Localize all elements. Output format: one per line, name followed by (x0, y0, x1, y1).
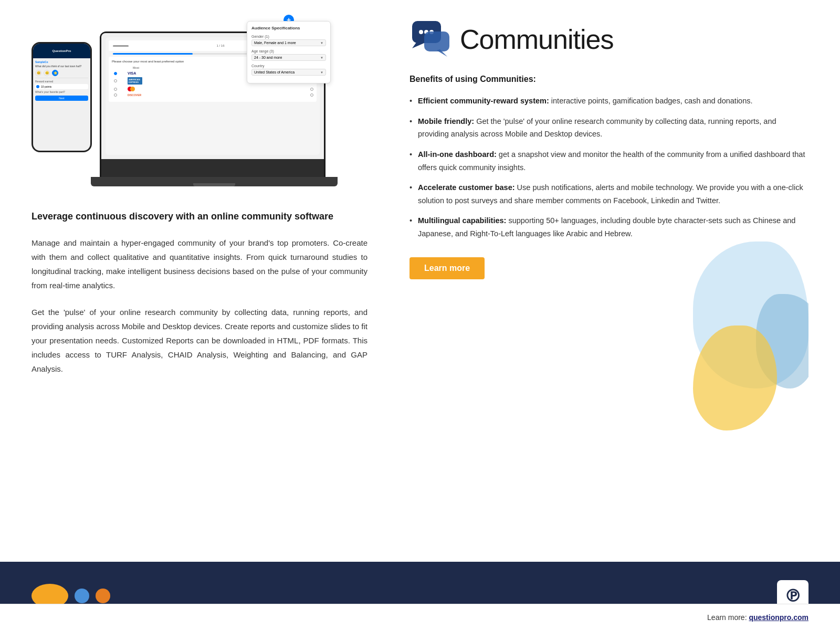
footer-bottom: Learn more: questionpro.com (0, 604, 840, 630)
learn-more-button[interactable]: Learn more (410, 257, 485, 279)
footer-questionpro-link[interactable]: questionpro.com (749, 613, 808, 622)
paragraph-2: Get the 'pulse' of your online research … (32, 305, 368, 376)
benefit-bold-3: All-in-one dashboard: (418, 150, 497, 159)
audience-gender-field: Gender (1) Male, Female and 1 more ▼ (251, 35, 326, 46)
mobile-reward-item: 10 points (35, 84, 88, 89)
communities-title: Communities (460, 24, 613, 55)
section-heading: Leverage continuous discovery with an on… (32, 210, 368, 223)
left-panel: 1 / 16 Please choose your most and least… (32, 21, 388, 462)
footer-learn-more-text: Learn more: questionpro.com (707, 613, 808, 622)
benefit-text-1: interactive points, gamification badges,… (549, 97, 753, 105)
mobile-question: What did you think of our last town hall… (35, 65, 88, 68)
audience-age-field: Age range (3) 24 - 30 and more ▼ (251, 49, 326, 61)
age-label: Age range (3) (251, 49, 326, 53)
mobile-company-name: SampleCo (35, 60, 88, 64)
audience-panel-title: Audience Specifications (251, 26, 326, 30)
radio-discover-most[interactable] (114, 93, 117, 97)
radio-mc-most[interactable] (114, 88, 117, 91)
paragraph-1: Manage and maintain a hyper-engaged comm… (32, 236, 368, 292)
communities-header: Communities (410, 21, 808, 58)
country-chevron: ▼ (320, 71, 323, 74)
radio-mc-least[interactable] (310, 88, 313, 91)
age-value[interactable]: 24 - 30 and more ▼ (251, 54, 326, 61)
blob-container (672, 220, 808, 430)
mc-logo (128, 87, 142, 91)
radio-visa-most[interactable] (114, 72, 117, 75)
right-panel: Communities Benefits of using Communitie… (388, 21, 808, 462)
main-content: 1 / 16 Please choose your most and least… (0, 0, 840, 483)
svg-rect-5 (424, 32, 449, 51)
emoji-btn-2[interactable]: 😐 (44, 70, 50, 76)
reward-dot (36, 85, 39, 88)
audience-country-field: Country United States of America ▼ (251, 64, 326, 76)
country-label: Country (251, 64, 326, 68)
benefit-item-2: Mobile friendly: Get the 'pulse' of your… (410, 115, 808, 141)
mobile-reward-label: Reward earned (35, 80, 88, 83)
emoji-btn-1[interactable]: 😊 (35, 70, 41, 76)
laptop-base (91, 177, 338, 186)
left-text-content: Leverage continuous discovery with an on… (32, 210, 368, 376)
amex-logo: AMERICAN EXPRESS (128, 77, 142, 85)
benefit-bold-2: Mobile friendly: (418, 117, 474, 125)
footer-logo-p-icon: ℗ (784, 586, 801, 606)
gender-chevron: ▼ (320, 41, 323, 45)
age-chevron: ▼ (320, 56, 323, 59)
audience-panel: Audience Specifications Gender (1) Male,… (247, 21, 331, 83)
blob-blue-dark (756, 294, 808, 388)
svg-point-1 (419, 30, 423, 34)
communities-logo-icon (410, 21, 452, 58)
radio-discover-least[interactable] (310, 93, 313, 97)
mobile-screen: QuestionPro SampleCo What did you think … (33, 44, 90, 151)
footer-dot-blue (75, 589, 89, 603)
mobile-survey-content: SampleCo What did you think of our last … (33, 58, 90, 103)
benefits-title: Benefits of using Communities: (410, 75, 808, 84)
blob-blue-light (693, 242, 808, 388)
emoji-btn-3[interactable]: ⭐ (52, 70, 58, 76)
survey-option-discover: DISCOVER (112, 93, 313, 97)
gender-value[interactable]: Male, Female and 1 more ▼ (251, 39, 326, 46)
mobile-icons-row: 😊 😐 ⭐ (35, 70, 88, 76)
mobile-next-button[interactable]: Next (35, 96, 88, 101)
benefit-item-5: Multilingual capabilities: supporting 50… (410, 214, 808, 240)
footer-dot-orange (96, 589, 110, 603)
benefit-bold-5: Multilingual capabilities: (418, 216, 506, 225)
device-mockup: 1 / 16 Please choose your most and least… (32, 21, 326, 189)
benefit-bold-4: Accelerate customer base: (418, 183, 515, 192)
country-value[interactable]: United States of America ▼ (251, 69, 326, 76)
benefit-item-1: Efficient community-reward system: inter… (410, 94, 808, 108)
discover-logo: DISCOVER (128, 93, 142, 97)
benefit-item-4: Accelerate customer base: Use push notif… (410, 181, 808, 207)
visa-logo: VISA (128, 71, 142, 75)
gender-label: Gender (1) (251, 35, 326, 38)
radio-amex-most[interactable] (114, 79, 117, 82)
survey-option-mc (112, 87, 313, 91)
benefit-bold-1: Efficient community-reward system: (418, 97, 549, 105)
benefits-list: Efficient community-reward system: inter… (410, 94, 808, 240)
benefit-item-3: All-in-one dashboard: get a snapshot vie… (410, 148, 808, 174)
mobile-mockup: QuestionPro SampleCo What did you think … (32, 42, 92, 152)
mobile-top-bar: QuestionPro (33, 44, 90, 58)
blob-yellow (693, 326, 777, 430)
